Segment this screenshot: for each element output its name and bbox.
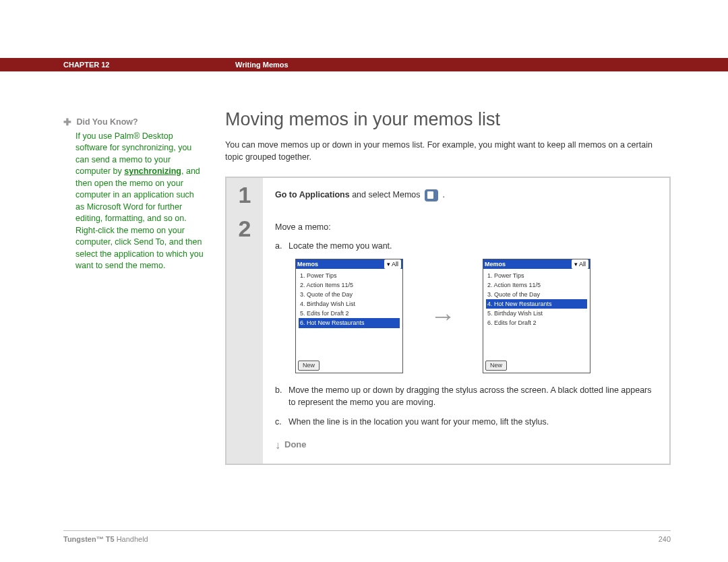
step-1-bold: Go to Applications bbox=[275, 190, 350, 199]
memo-list-item: 2. Action Items 11/5 bbox=[486, 280, 587, 290]
memo-list-item: 3. Quote of the Day bbox=[299, 290, 400, 299]
steps-container: 1 Go to Applications and select Memos . … bbox=[225, 177, 671, 465]
memos-new-button: New bbox=[298, 361, 320, 371]
step-2b-text: Move the memo up or down by dragging the… bbox=[289, 384, 657, 408]
step-2: 2 Move a memo: a. Locate the memo you wa… bbox=[226, 212, 669, 464]
chapter-header: CHAPTER 12 Writing Memos bbox=[0, 58, 728, 71]
page-number: 240 bbox=[659, 535, 671, 543]
step-2-lead: Move a memo: bbox=[275, 221, 657, 233]
main-content: Moving memos in your memos list You can … bbox=[225, 116, 671, 465]
page-title: Moving memos in your memos list bbox=[225, 109, 671, 130]
memo-list-item: 5. Edits for Draft 2 bbox=[299, 309, 400, 318]
memo-list-item: 4. Birthday Wish List bbox=[299, 299, 400, 309]
arrow-right-icon: → bbox=[430, 298, 456, 335]
step-number-1: 1 bbox=[226, 178, 263, 212]
did-you-know-sidebar: ✚ Did You Know? If you use Palm® Desktop… bbox=[63, 116, 225, 465]
memos-after-list: 1. Power Tips2. Action Items 11/53. Quot… bbox=[483, 269, 590, 358]
step-1-tail: . bbox=[440, 190, 445, 199]
step-2c-text: When the line is in the location you wan… bbox=[289, 416, 549, 428]
intro-paragraph: You can move memos up or down in your me… bbox=[225, 139, 671, 163]
sub-letter-a: a. bbox=[275, 240, 289, 252]
chapter-title: Writing Memos bbox=[235, 58, 289, 71]
product-rest: Handheld bbox=[115, 535, 148, 543]
memos-title: Memos bbox=[297, 259, 318, 269]
memos-before: Memos ▾ All 1. Power Tips2. Action Items… bbox=[295, 259, 403, 373]
step-1-rest: and select Memos bbox=[350, 190, 423, 199]
memo-list-item: 5. Birthday Wish List bbox=[486, 309, 587, 318]
step-2c: c. When the line is in the location you … bbox=[275, 416, 657, 428]
memos-after: Memos ▾ All 1. Power Tips2. Action Items… bbox=[483, 259, 590, 373]
step-2a: a. Locate the memo you want. bbox=[275, 240, 657, 252]
memos-before-list: 1. Power Tips2. Action Items 11/53. Quot… bbox=[296, 269, 402, 358]
memos-title: Memos bbox=[485, 259, 506, 269]
step-1: 1 Go to Applications and select Memos . bbox=[226, 178, 669, 212]
memos-new-button: New bbox=[485, 361, 507, 371]
memos-category: ▾ All bbox=[572, 259, 588, 269]
dyk-text-after: , and then open the memo on your compute… bbox=[75, 166, 204, 270]
product-bold: Tungsten™ T5 bbox=[63, 535, 115, 543]
memos-illustration: Memos ▾ All 1. Power Tips2. Action Items… bbox=[295, 259, 657, 373]
memo-list-item: 4. Hot New Restaurants bbox=[486, 299, 587, 309]
step-2a-text: Locate the memo you want. bbox=[289, 240, 392, 252]
step-2-body: Move a memo: a. Locate the memo you want… bbox=[263, 212, 669, 464]
product-name: Tungsten™ T5 Handheld bbox=[63, 535, 148, 543]
step-1-body: Go to Applications and select Memos . bbox=[263, 178, 669, 212]
memo-list-item: 1. Power Tips bbox=[486, 271, 587, 280]
memo-list-item: 3. Quote of the Day bbox=[486, 290, 587, 299]
sub-letter-c: c. bbox=[275, 416, 289, 428]
step-number-2: 2 bbox=[226, 212, 263, 464]
step-2b: b. Move the memo up or down by dragging … bbox=[275, 384, 657, 408]
footer-rule bbox=[63, 530, 671, 531]
page-footer: Tungsten™ T5 Handheld 240 bbox=[63, 535, 671, 543]
memo-list-item: 1. Power Tips bbox=[299, 271, 400, 280]
plus-icon: ✚ bbox=[63, 116, 71, 129]
done-arrow-icon: ↓ bbox=[275, 437, 280, 453]
memos-app-icon bbox=[425, 189, 438, 201]
done-label: Done bbox=[284, 439, 307, 449]
did-you-know-body: If you use Palm® Desktop software for sy… bbox=[75, 131, 205, 272]
chapter-number: CHAPTER 12 bbox=[63, 58, 235, 71]
done-indicator: ↓Done bbox=[275, 436, 657, 451]
memos-category: ▾ All bbox=[384, 259, 401, 269]
sub-letter-b: b. bbox=[275, 384, 289, 408]
did-you-know-title: Did You Know? bbox=[76, 117, 138, 127]
memo-list-item: 6. Hot New Restaurants bbox=[299, 318, 400, 327]
synchronizing-link[interactable]: synchronizing bbox=[124, 166, 181, 176]
memo-list-item: 2. Action Items 11/5 bbox=[299, 280, 400, 290]
memo-list-item: 6. Edits for Draft 2 bbox=[486, 318, 587, 327]
